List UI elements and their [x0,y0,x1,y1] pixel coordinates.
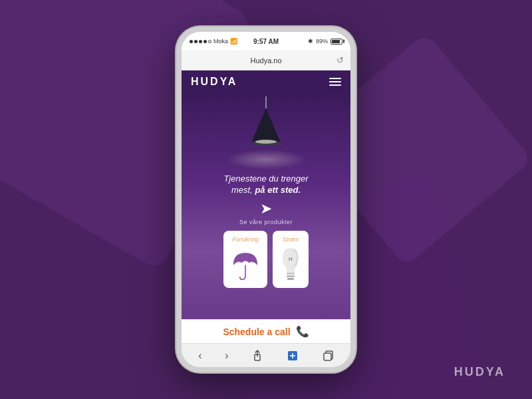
bulb-icon: H [278,246,303,283]
hero-line2: mest, på ett sted. [223,185,308,195]
product-card-forsikring[interactable]: Forsikring [223,231,267,288]
forsikring-label: Forsikring [232,236,259,243]
svg-rect-6 [287,278,294,280]
hero-line2-normal: mest, [231,185,255,195]
nav-back-button[interactable]: ‹ [198,350,201,362]
battery-fill [332,40,340,43]
hero-line1: Tjenestene du trenger [223,173,308,185]
arrow-icon: ➤ [260,200,272,217]
lamp-area [182,93,350,170]
schedule-label: Schedule a call [223,327,290,337]
hero-text: Tjenestene du trenger mest, på ett sted. [210,173,321,195]
bluetooth-icon: ✱ [308,38,313,45]
umbrella-icon [229,248,262,281]
nav-bookmarks-button[interactable] [287,350,299,362]
battery-indicator [331,39,342,45]
product-card-strom[interactable]: Strøm H [273,231,309,288]
svg-point-2 [255,140,277,144]
nav-tabs-button[interactable] [322,350,334,362]
nav-share-button[interactable] [251,350,263,362]
hamburger-line-2 [329,81,341,82]
carrier-name: Moka [213,38,228,45]
nav-forward-button[interactable]: › [225,350,228,362]
phone-frame: Moka 📶 9:57 AM ✱ 89% Hudya.no ↺ HUDYA [176,27,356,372]
status-right: ✱ 89% [308,38,342,45]
wifi-icon: 📶 [230,38,237,45]
browser-bar: Hudya.no ↺ [182,51,350,70]
signal-dot-4 [203,40,207,43]
signal-dot-1 [190,40,193,43]
browser-nav: ‹ › [182,343,350,367]
forsikring-image-area [229,246,262,283]
svg-rect-4 [287,273,295,275]
see-products-label: Se våre produkter [239,219,293,225]
schedule-phone-icon: 📞 [296,325,309,338]
status-time: 9:57 AM [253,38,279,45]
product-cards: Forsikring [215,231,317,288]
strom-label: Strøm [283,236,299,243]
reload-icon[interactable]: ↺ [336,55,344,65]
hero-section: Tjenestene du trenger mest, på ett sted.… [182,93,350,319]
lamp-image [239,96,293,156]
schedule-bar[interactable]: Schedule a call 📞 [182,319,350,343]
hamburger-menu[interactable] [329,78,341,86]
hamburger-line-3 [329,84,341,86]
svg-rect-5 [287,275,295,277]
signal-dot-2 [194,40,198,43]
app-logo: HUDYA [191,76,237,88]
arrow-container[interactable]: ➤ Se våre produkter [239,200,293,225]
hero-line2-bold: på ett sted. [255,185,301,195]
signal-dot-5 [208,40,211,43]
svg-rect-12 [324,353,331,360]
strom-image-area: H [278,246,303,283]
lamp-glow [226,150,306,170]
status-bar: Moka 📶 9:57 AM ✱ 89% [182,32,350,51]
browser-url: Hudya.no [250,57,281,65]
status-left: Moka 📶 [190,38,237,45]
signal-dots [190,40,211,43]
battery-percent: 89% [316,38,328,45]
signal-dot-3 [199,40,202,43]
watermark-hudya: HUDYA [454,365,505,379]
hamburger-line-1 [329,78,341,79]
app-header: HUDYA [182,70,350,93]
app-content: HUDYA [182,70,350,367]
svg-text:H: H [289,256,293,262]
